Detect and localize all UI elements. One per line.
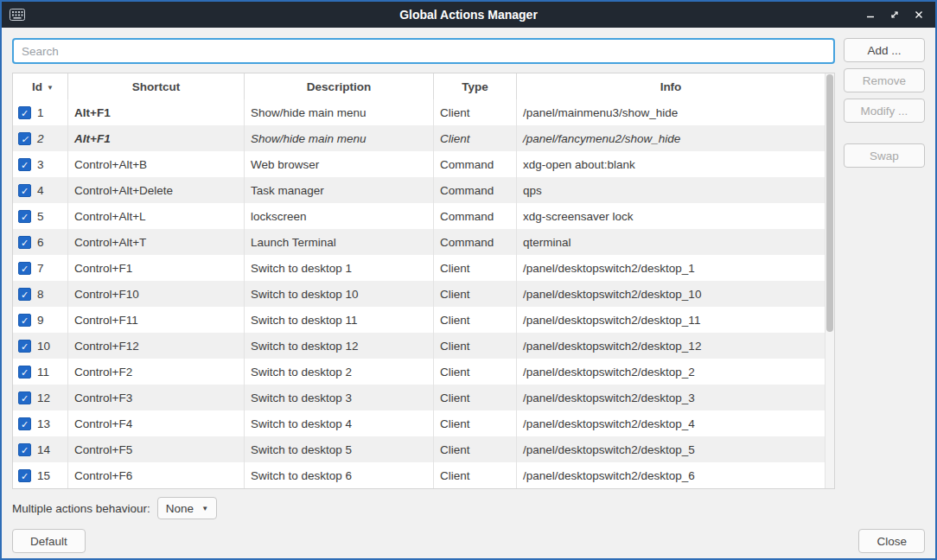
cell-shortcut: Control+Alt+Delete <box>68 177 245 203</box>
cell-shortcut: Alt+F1 <box>68 125 245 151</box>
cell-info: xdg-screensaver lock <box>517 203 825 229</box>
row-enabled-checkbox[interactable]: ✓ <box>18 288 31 301</box>
cell-type: Client <box>434 125 517 151</box>
cell-shortcut: Control+F12 <box>68 333 245 359</box>
cell-type: Command <box>434 151 517 177</box>
row-enabled-checkbox[interactable]: ✓ <box>18 158 31 171</box>
cell-description: Switch to desktop 12 <box>245 333 434 359</box>
row-enabled-checkbox[interactable]: ✓ <box>18 443 31 456</box>
close-dialog-button[interactable]: Close <box>858 529 925 553</box>
cell-info: /panel/desktopswitch2/desktop_10 <box>517 281 825 307</box>
shortcuts-table: Id ▼ Shortcut Description Type Info ✓1Al… <box>12 73 835 489</box>
cell-id: ✓15 <box>13 462 68 488</box>
column-header-id[interactable]: Id ▼ <box>13 73 68 99</box>
table-row[interactable]: ✓6Control+Alt+TLaunch TerminalCommandqte… <box>13 229 825 255</box>
minimize-button[interactable] <box>861 5 880 24</box>
row-enabled-checkbox[interactable]: ✓ <box>18 184 31 197</box>
table-row[interactable]: ✓9Control+F11Switch to desktop 11Client/… <box>13 307 825 333</box>
cell-info: /panel/desktopswitch2/desktop_3 <box>517 385 825 410</box>
column-header-description[interactable]: Description <box>245 73 434 99</box>
cell-shortcut: Control+F10 <box>68 281 245 307</box>
table-row[interactable]: ✓8Control+F10Switch to desktop 10Client/… <box>13 281 825 307</box>
cell-info: /panel/desktopswitch2/desktop_6 <box>517 462 825 488</box>
row-enabled-checkbox[interactable]: ✓ <box>18 366 31 379</box>
row-enabled-checkbox[interactable]: ✓ <box>18 417 31 430</box>
table-row[interactable]: ✓12Control+F3Switch to desktop 3Client/p… <box>13 385 825 410</box>
table-row[interactable]: ✓10Control+F12Switch to desktop 12Client… <box>13 333 825 359</box>
table-row[interactable]: ✓13Control+F4Switch to desktop 4Client/p… <box>13 410 825 436</box>
restore-button[interactable] <box>885 5 904 24</box>
cell-description: Launch Terminal <box>245 229 434 255</box>
row-enabled-checkbox[interactable]: ✓ <box>18 132 31 145</box>
multiple-actions-dropdown[interactable]: None ▼ <box>157 497 217 519</box>
cell-info: /panel/desktopswitch2/desktop_4 <box>517 410 825 436</box>
table-row[interactable]: ✓3Control+Alt+BWeb browserCommandxdg-ope… <box>13 151 825 177</box>
cell-info: /panel/mainmenu3/show_hide <box>517 99 825 125</box>
table-body: ✓1Alt+F1Show/hide main menuClient/panel/… <box>13 99 825 488</box>
table-row[interactable]: ✓5Control+Alt+LlockscreenCommandxdg-scre… <box>13 203 825 229</box>
cell-description: Switch to desktop 4 <box>245 410 434 436</box>
scrollbar-handle[interactable] <box>826 74 833 332</box>
default-button[interactable]: Default <box>12 529 86 553</box>
table-row[interactable]: ✓7Control+F1Switch to desktop 1Client/pa… <box>13 255 825 281</box>
cell-shortcut: Control+F11 <box>68 307 245 333</box>
row-id: 3 <box>37 158 44 171</box>
cell-description: Switch to desktop 5 <box>245 436 434 462</box>
column-header-info[interactable]: Info <box>517 73 825 99</box>
cell-id: ✓4 <box>13 177 68 203</box>
cell-shortcut: Control+Alt+L <box>68 203 245 229</box>
add-button[interactable]: Add ... <box>844 38 925 62</box>
cell-description: Web browser <box>245 151 434 177</box>
cell-shortcut: Control+F6 <box>68 462 245 488</box>
multiple-actions-label: Multiple actions behaviour: <box>12 502 150 515</box>
cell-id: ✓6 <box>13 229 68 255</box>
row-id: 8 <box>37 288 44 301</box>
column-header-id-label: Id <box>32 80 42 93</box>
cell-description: Switch to desktop 6 <box>245 462 434 488</box>
table-row[interactable]: ✓1Alt+F1Show/hide main menuClient/panel/… <box>13 99 825 125</box>
cell-info: /panel/desktopswitch2/desktop_1 <box>517 255 825 281</box>
table-row[interactable]: ✓14Control+F5Switch to desktop 5Client/p… <box>13 436 825 462</box>
cell-type: Client <box>434 462 517 488</box>
column-header-shortcut[interactable]: Shortcut <box>68 73 245 99</box>
table-header: Id ▼ Shortcut Description Type Info <box>13 73 825 99</box>
swap-button: Swap <box>844 143 925 168</box>
vertical-scrollbar[interactable] <box>825 73 834 488</box>
cell-id: ✓12 <box>13 385 68 410</box>
cell-info: /panel/fancymenu2/show_hide <box>517 125 825 151</box>
row-enabled-checkbox[interactable]: ✓ <box>18 314 31 327</box>
cell-shortcut: Control+F4 <box>68 410 245 436</box>
cell-type: Client <box>434 281 517 307</box>
row-enabled-checkbox[interactable]: ✓ <box>18 262 31 275</box>
search-input[interactable] <box>12 38 835 64</box>
row-enabled-checkbox[interactable]: ✓ <box>18 391 31 404</box>
cell-id: ✓9 <box>13 307 68 333</box>
table-row[interactable]: ✓11Control+F2Switch to desktop 2Client/p… <box>13 359 825 385</box>
row-enabled-checkbox[interactable]: ✓ <box>18 236 31 249</box>
remove-button: Remove <box>844 68 925 92</box>
cell-type: Client <box>434 359 517 385</box>
table-row[interactable]: ✓15Control+F6Switch to desktop 6Client/p… <box>13 462 825 488</box>
cell-id: ✓3 <box>13 151 68 177</box>
column-header-type[interactable]: Type <box>434 73 517 99</box>
cell-type: Command <box>434 177 517 203</box>
chevron-down-icon: ▼ <box>201 505 208 512</box>
row-enabled-checkbox[interactable]: ✓ <box>18 210 31 223</box>
table-row[interactable]: ✓4Control+Alt+DeleteTask managerCommandq… <box>13 177 825 203</box>
cell-info: /panel/desktopswitch2/desktop_11 <box>517 307 825 333</box>
cell-description: Switch to desktop 11 <box>245 307 434 333</box>
row-enabled-checkbox[interactable]: ✓ <box>18 469 31 482</box>
close-button[interactable] <box>909 5 928 24</box>
row-enabled-checkbox[interactable]: ✓ <box>18 340 31 353</box>
cell-id: ✓7 <box>13 255 68 281</box>
cell-info: /panel/desktopswitch2/desktop_2 <box>517 359 825 385</box>
table-row[interactable]: ✓2Alt+F1Show/hide main menuClient/panel/… <box>13 125 825 151</box>
multiple-actions-value: None <box>166 502 194 515</box>
row-enabled-checkbox[interactable]: ✓ <box>18 106 31 119</box>
row-id: 11 <box>37 366 49 379</box>
row-id: 10 <box>37 340 50 353</box>
row-id: 1 <box>37 106 44 119</box>
cell-shortcut: Control+F5 <box>68 436 245 462</box>
cell-info: /panel/desktopswitch2/desktop_5 <box>517 436 825 462</box>
cell-type: Client <box>434 99 517 125</box>
